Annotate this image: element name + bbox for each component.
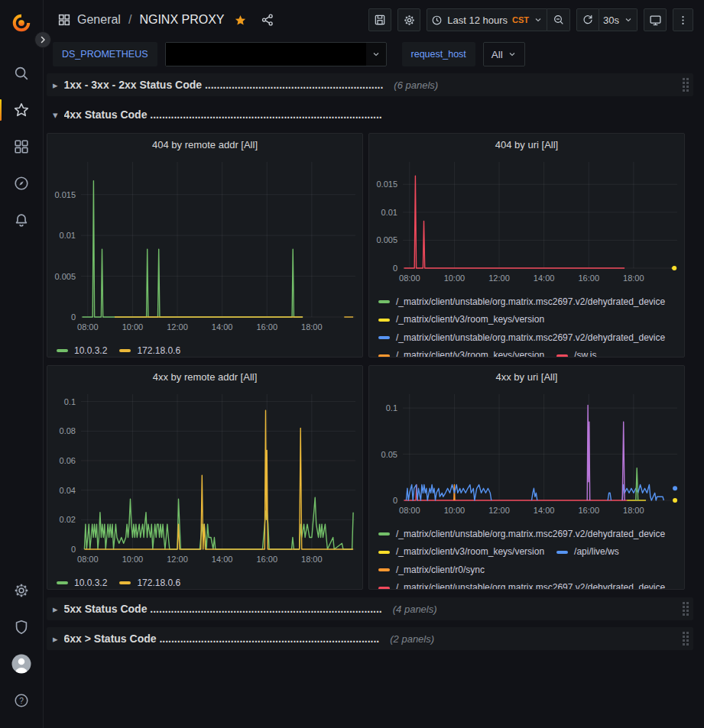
user-avatar[interactable]	[5, 649, 38, 679]
svg-text:12:00: 12:00	[488, 273, 510, 283]
star-filled-icon[interactable]	[234, 14, 247, 27]
panel-title[interactable]: 404 by uri [All]	[369, 134, 684, 157]
svg-text:0.005: 0.005	[376, 235, 397, 244]
svg-text:16:00: 16:00	[578, 506, 599, 515]
legend-item[interactable]: /sw.js	[556, 348, 596, 358]
chevron-right-icon: ▸	[53, 603, 58, 615]
svg-text:10:00: 10:00	[444, 506, 466, 515]
svg-text:18:00: 18:00	[301, 322, 323, 332]
chart-svg: 00.050.108:0010:0012:0014:0016:0018:00	[369, 389, 684, 520]
panel-404-by-uri: 404 by uri [All] 00.0050.010.01508:0010:…	[368, 133, 685, 358]
legend-item[interactable]: /_matrix/client/unstable/org.matrix.msc2…	[378, 580, 665, 590]
legend-label: 172.18.0.6	[137, 343, 180, 358]
variable-value-request-host[interactable]: All	[483, 42, 525, 66]
svg-text:16:00: 16:00	[578, 273, 599, 283]
svg-text:08:00: 08:00	[77, 555, 99, 564]
share-alt-icon[interactable]	[261, 13, 274, 27]
legend-item[interactable]: 10.0.3.2	[57, 575, 107, 590]
timeseries-chart: 00.0050.010.01508:0010:0012:0014:0016:00…	[47, 157, 362, 340]
row-header-5xx[interactable]: ▸ 5xx Status Code ......................…	[47, 597, 693, 620]
panel-grid: 404 by remote addr [All] 00.0050.010.015…	[44, 133, 704, 597]
svg-text:08:00: 08:00	[399, 506, 420, 515]
save-dashboard-button[interactable]	[368, 8, 391, 31]
variable-value-ds-prometheus[interactable]	[165, 42, 387, 66]
legend-item[interactable]: 172.18.0.6	[119, 575, 180, 590]
svg-text:0.01: 0.01	[60, 231, 76, 240]
help-icon[interactable]: ?	[5, 685, 38, 716]
legend-item[interactable]: /_matrix/client/v3/room_keys/version	[378, 312, 544, 328]
search-icon[interactable]	[5, 58, 38, 89]
zoom-out-time-button[interactable]	[547, 8, 570, 31]
panel-legend: /_matrix/client/unstable/org.matrix.msc2…	[369, 291, 684, 358]
dashboard-header: General / NGINX PROXY	[44, 0, 704, 40]
legend-item[interactable]: /_matrix/client/v3/room_keys/version	[378, 544, 544, 560]
svg-text:18:00: 18:00	[623, 273, 644, 283]
svg-text:10:00: 10:00	[444, 273, 466, 283]
grafana-logo[interactable]	[5, 8, 38, 38]
panel-title[interactable]: 404 by remote addr [All]	[47, 134, 362, 157]
legend-item[interactable]: /_matrix/client/r0/sync	[378, 562, 485, 578]
drag-handle-icon[interactable]	[683, 632, 689, 645]
panel-title[interactable]: 4xx by uri [All]	[369, 366, 684, 389]
row-panel-count: (4 panels)	[393, 603, 437, 615]
cycle-view-monitor-button[interactable]	[644, 8, 667, 31]
variables-row: DS_PROMETHEUS request_host All	[44, 40, 704, 69]
variable-label-request-host[interactable]: request_host	[402, 42, 475, 66]
legend-label: 10.0.3.2	[74, 343, 107, 358]
panel-legend: /_matrix/client/unstable/org.matrix.msc2…	[369, 523, 684, 590]
legend-item[interactable]: 172.18.0.6	[119, 343, 180, 358]
panel-title[interactable]: 4xx by remote addr [All]	[47, 366, 362, 389]
legend-item[interactable]: /_matrix/client/v3/room_keys/version	[378, 348, 544, 358]
svg-text:0: 0	[71, 545, 76, 554]
alerting-bell-icon[interactable]	[5, 205, 38, 235]
chevron-down-icon	[624, 15, 633, 24]
timeseries-chart: 00.050.108:0010:0012:0014:0016:0018:00	[369, 389, 684, 523]
row-header-1xx-3xx-2xx[interactable]: ▸ 1xx - 3xx - 2xx Status Code ..........…	[47, 73, 693, 96]
refresh-interval-picker[interactable]: 30s	[599, 8, 637, 31]
chevron-right-icon: ▸	[53, 633, 58, 645]
row-header-4xx[interactable]: ▾ 4xx Status Code ......................…	[47, 103, 693, 126]
drag-handle-icon[interactable]	[683, 78, 689, 92]
timezone-label: CST	[512, 15, 529, 24]
legend-label: /_matrix/client/unstable/org.matrix.msc2…	[396, 580, 665, 590]
chevron-down-icon	[508, 50, 517, 59]
legend-label: /sw.js	[574, 348, 596, 358]
time-controls: Last 12 hours CST	[427, 8, 570, 31]
svg-text:12:00: 12:00	[167, 555, 188, 564]
row-title: 4xx Status Code ........................…	[64, 108, 382, 121]
configuration-gear-icon[interactable]	[5, 575, 38, 606]
server-admin-shield-icon[interactable]	[5, 612, 38, 642]
svg-text:08:00: 08:00	[77, 322, 99, 332]
dashboards-icon[interactable]	[5, 131, 38, 162]
legend-swatch	[378, 300, 390, 303]
legend-label: /_matrix/client/unstable/org.matrix.msc2…	[396, 526, 665, 542]
legend-item[interactable]: 10.0.3.2	[57, 343, 107, 358]
refresh-button[interactable]	[576, 8, 599, 31]
svg-text:10:00: 10:00	[122, 555, 144, 564]
svg-text:0.1: 0.1	[64, 397, 76, 406]
dashboard-settings-button[interactable]	[397, 8, 420, 31]
legend-label: 10.0.3.2	[74, 575, 107, 590]
row-header-6xx[interactable]: ▸ 6xx > Status Code ....................…	[47, 627, 693, 650]
breadcrumb-folder[interactable]: General	[77, 13, 121, 27]
sidebar-expand-button[interactable]	[34, 31, 51, 48]
legend-item[interactable]: /_matrix/client/unstable/org.matrix.msc2…	[378, 330, 665, 346]
legend-item[interactable]: /_matrix/client/unstable/org.matrix.msc2…	[378, 526, 665, 542]
kebab-menu-button[interactable]	[673, 8, 693, 31]
legend-swatch	[57, 581, 68, 584]
variable-label-ds-prometheus[interactable]: DS_PROMETHEUS	[53, 42, 157, 66]
panel-legend: 10.0.3.2172.18.0.6	[47, 572, 362, 590]
dashboard-title[interactable]: NGINX PROXY	[139, 13, 224, 27]
drag-handle-icon[interactable]	[683, 602, 689, 616]
panel-404-by-remote-addr: 404 by remote addr [All] 00.0050.010.015…	[47, 133, 363, 358]
legend-label: 172.18.0.6	[137, 575, 180, 590]
legend-label: /_matrix/client/v3/room_keys/version	[396, 544, 544, 560]
legend-swatch	[556, 551, 568, 554]
legend-item[interactable]: /_matrix/client/unstable/org.matrix.msc2…	[378, 294, 665, 310]
time-range-picker[interactable]: Last 12 hours CST	[427, 8, 547, 31]
legend-swatch	[378, 532, 390, 535]
explore-compass-icon[interactable]	[5, 168, 38, 199]
starred-dashboards-icon[interactable]	[5, 95, 38, 125]
legend-item[interactable]: /api/live/ws	[556, 544, 619, 560]
apps-grid-icon[interactable]	[57, 13, 71, 27]
